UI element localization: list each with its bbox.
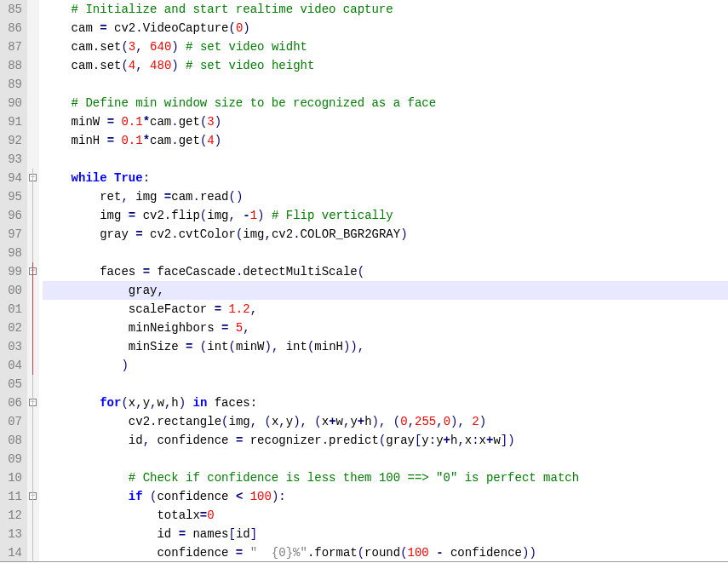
code-line[interactable]: id = names[id] xyxy=(43,525,728,543)
fold-cell[interactable]: − xyxy=(27,394,39,412)
line-number: 00 xyxy=(0,281,22,300)
fold-cell[interactable] xyxy=(27,468,39,487)
fold-cell[interactable] xyxy=(27,375,39,394)
line-number: 85 xyxy=(0,0,22,19)
code-line[interactable]: faces = faceCascade.detectMultiScale( xyxy=(43,262,728,281)
line-number: 91 xyxy=(0,112,22,131)
line-number: 97 xyxy=(0,225,22,244)
line-number: 90 xyxy=(0,94,22,112)
code-line[interactable]: gray, xyxy=(43,281,728,300)
fold-cell[interactable] xyxy=(27,244,39,262)
code-line[interactable] xyxy=(43,75,728,94)
code-line[interactable]: cam.set(4, 480) # set video height xyxy=(43,56,728,75)
code-line[interactable]: totalx=0 xyxy=(43,506,728,525)
code-line[interactable]: confidence = " {0}%".format(round(100 - … xyxy=(43,543,728,562)
code-line[interactable] xyxy=(43,450,728,468)
code-line[interactable]: minNeighbors = 5, xyxy=(43,319,728,337)
code-line[interactable]: # Define min window size to be recognize… xyxy=(43,94,728,112)
code-line[interactable]: minSize = (int(minW), int(minH)), xyxy=(43,337,728,356)
fold-cell[interactable] xyxy=(27,450,39,468)
code-line[interactable]: minH = 0.1*cam.get(4) xyxy=(43,131,728,150)
code-line[interactable]: minW = 0.1*cam.get(3) xyxy=(43,112,728,131)
line-number: 08 xyxy=(0,431,22,450)
fold-margin[interactable]: −−−− xyxy=(27,0,39,561)
code-line[interactable]: for(x,y,w,h) in faces: xyxy=(43,394,728,412)
line-number: 94 xyxy=(0,169,22,187)
fold-cell[interactable]: − xyxy=(27,262,39,281)
code-line[interactable]: id, confidence = recognizer.predict(gray… xyxy=(43,431,728,450)
line-number: 93 xyxy=(0,150,22,169)
code-line[interactable]: while True: xyxy=(43,169,728,187)
code-line[interactable] xyxy=(43,375,728,394)
line-number: 01 xyxy=(0,300,22,319)
line-number: 89 xyxy=(0,75,22,94)
fold-cell[interactable] xyxy=(27,319,39,337)
line-number: 12 xyxy=(0,506,22,525)
line-number: 10 xyxy=(0,468,22,487)
fold-cell[interactable] xyxy=(27,431,39,450)
line-number: 04 xyxy=(0,356,22,375)
fold-cell[interactable] xyxy=(27,187,39,206)
fold-cell[interactable] xyxy=(27,281,39,300)
fold-cell[interactable] xyxy=(27,0,39,19)
code-editor[interactable]: 8586878889909192939495969798990001020304… xyxy=(0,0,728,562)
code-line[interactable]: cv2.rectangle(img, (x,y), (x+w,y+h), (0,… xyxy=(43,412,728,431)
line-number: 86 xyxy=(0,19,22,37)
line-number: 06 xyxy=(0,394,22,412)
line-number: 09 xyxy=(0,450,22,468)
code-line[interactable]: # Check if confidence is less them 100 =… xyxy=(43,468,728,487)
fold-cell[interactable] xyxy=(27,37,39,56)
line-number: 07 xyxy=(0,412,22,431)
fold-cell[interactable] xyxy=(27,412,39,431)
line-number: 96 xyxy=(0,206,22,225)
fold-cell[interactable] xyxy=(27,19,39,37)
code-line[interactable] xyxy=(43,244,728,262)
fold-cell[interactable] xyxy=(27,94,39,112)
code-line[interactable]: cam.set(3, 640) # set video widht xyxy=(43,37,728,56)
fold-cell[interactable]: − xyxy=(27,487,39,506)
fold-cell[interactable] xyxy=(27,356,39,375)
code-line[interactable]: scaleFactor = 1.2, xyxy=(43,300,728,319)
code-line[interactable]: img = cv2.flip(img, -1) # Flip verticall… xyxy=(43,206,728,225)
fold-cell[interactable] xyxy=(27,206,39,225)
code-line[interactable]: ) xyxy=(43,356,728,375)
fold-cell[interactable] xyxy=(27,75,39,94)
fold-cell[interactable] xyxy=(27,112,39,131)
fold-cell[interactable] xyxy=(27,525,39,543)
line-number: 13 xyxy=(0,525,22,543)
fold-cell[interactable] xyxy=(27,131,39,150)
line-number: 11 xyxy=(0,487,22,506)
line-number: 88 xyxy=(0,56,22,75)
fold-cell[interactable] xyxy=(27,506,39,525)
line-number: 02 xyxy=(0,319,22,337)
line-number: 05 xyxy=(0,375,22,394)
code-line[interactable]: ret, img =cam.read() xyxy=(43,187,728,206)
fold-cell[interactable] xyxy=(27,56,39,75)
fold-cell[interactable] xyxy=(27,543,39,562)
fold-cell[interactable] xyxy=(27,225,39,244)
line-number: 99 xyxy=(0,262,22,281)
line-number: 95 xyxy=(0,187,22,206)
fold-cell[interactable]: − xyxy=(27,169,39,187)
line-number: 92 xyxy=(0,131,22,150)
code-line[interactable]: # Initialize and start realtime video ca… xyxy=(43,0,728,19)
line-number: 87 xyxy=(0,37,22,56)
code-line[interactable]: cam = cv2.VideoCapture(0) xyxy=(43,19,728,37)
line-number: 98 xyxy=(0,244,22,262)
line-number: 14 xyxy=(0,543,22,562)
line-number-gutter: 8586878889909192939495969798990001020304… xyxy=(0,0,27,561)
fold-cell[interactable] xyxy=(27,150,39,169)
code-line[interactable]: gray = cv2.cvtColor(img,cv2.COLOR_BGR2GR… xyxy=(43,225,728,244)
code-area[interactable]: # Initialize and start realtime video ca… xyxy=(39,0,728,561)
code-line[interactable] xyxy=(43,150,728,169)
code-line[interactable]: if (confidence < 100): xyxy=(43,487,728,506)
line-number: 03 xyxy=(0,337,22,356)
fold-cell[interactable] xyxy=(27,300,39,319)
fold-cell[interactable] xyxy=(27,337,39,356)
